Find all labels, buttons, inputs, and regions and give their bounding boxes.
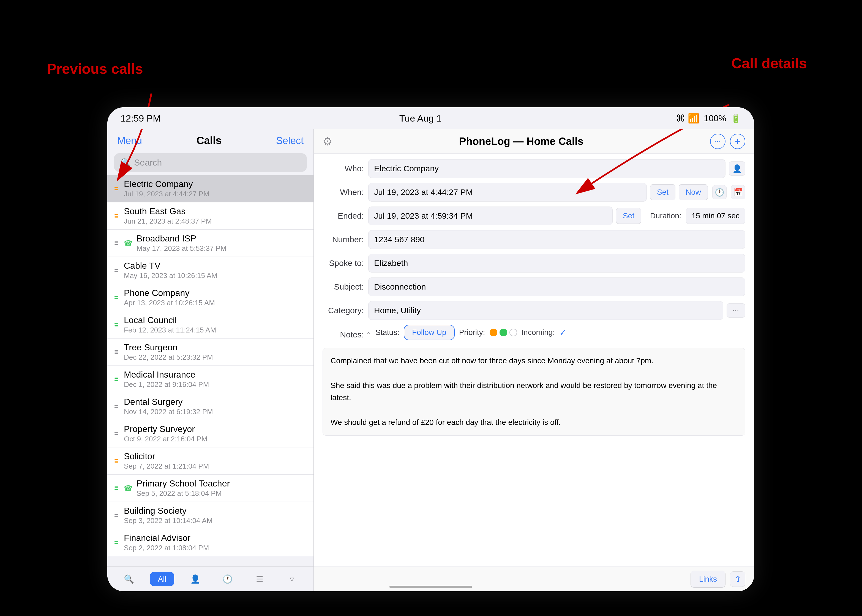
number-label: Number: [323,235,364,244]
contact-toolbar-btn[interactable]: 👤 [184,571,206,588]
right-panel: ⚙ PhoneLog — Home Calls ⋯ + Who: [314,129,754,591]
share-button[interactable]: ⇧ [730,572,745,587]
call-name: Electric Company [124,179,307,189]
call-name: Solicitor [124,451,307,462]
number-input[interactable]: 1234 567 890 [368,230,745,249]
list-item[interactable]: ☎ Broadband ISP May 17, 2023 at 5:53:37 … [107,229,314,257]
call-list: Electric Company Jul 19, 2023 at 4:44:27… [107,175,314,567]
ended-input[interactable]: Jul 19, 2023 at 4:59:34 PM [368,206,613,225]
category-input[interactable]: Home, Utility [368,301,723,320]
add-btn[interactable]: + [730,134,745,149]
status-bar: 12:59 PM Tue Aug 1 ⌘ 📶 100% 🔋 [107,107,754,129]
list-item[interactable]: Medical Insurance Dec 1, 2022 at 9:16:04… [107,366,314,393]
spoke-to-label: Spoke to: [323,259,364,268]
call-name: Phone Company [124,288,307,298]
list-item[interactable]: Cable TV May 16, 2023 at 10:26:15 AM [107,257,314,284]
subject-label: Subject: [323,282,364,291]
call-info: Cable TV May 16, 2023 at 10:26:15 AM [124,261,307,280]
spoke-to-input[interactable]: Elizabeth [368,254,745,272]
call-name: Dental Surgery [124,397,307,407]
list-item[interactable]: Financial Advisor Sep 2, 2022 at 1:08:04… [107,529,314,556]
call-date: Sep 3, 2022 at 10:14:04 AM [124,517,307,525]
plus-icon: + [734,135,741,147]
call-date: Sep 7, 2022 at 1:21:04 PM [124,462,307,470]
call-info: Broadband ISP May 17, 2023 at 5:53:37 PM [137,234,307,253]
list-item[interactable]: Dental Surgery Nov 14, 2022 at 6:19:32 P… [107,393,314,420]
call-indicator [114,536,119,550]
priority-dot-green[interactable] [500,328,507,336]
call-name: Local Council [124,315,307,325]
contact-lookup-btn[interactable]: 👤 [729,162,745,176]
ellipsis-icon: ⋯ [714,137,721,145]
call-indicator [114,236,119,250]
call-date: Jun 21, 2023 at 2:48:37 PM [124,217,307,225]
calendar-icon[interactable]: 📅 [731,185,745,200]
status-time: 12:59 PM [121,113,161,124]
incoming-checkmark-icon[interactable]: ✓ [559,327,567,338]
notes-content[interactable]: Complained that we have been cut off now… [323,348,745,435]
incoming-label: Incoming: [522,328,555,337]
who-row: Who: Electric Company 👤 [323,159,745,178]
list-item[interactable]: Electric Company Jul 19, 2023 at 4:44:27… [107,175,314,203]
search-toolbar-btn[interactable]: 🔍 [118,571,140,588]
clock-toolbar-btn[interactable]: 🕐 [217,571,239,588]
list-item[interactable]: Solicitor Sep 7, 2022 at 1:21:04 PM [107,448,314,475]
list-item[interactable]: South East Gas Jun 21, 2023 at 2:48:37 P… [107,203,314,229]
list-item[interactable]: Local Council Feb 12, 2023 at 11:24:15 A… [107,311,314,338]
priority-dot-orange[interactable] [490,328,497,336]
search-bar[interactable]: 🔍 Search [114,153,307,172]
right-header: ⚙ PhoneLog — Home Calls ⋯ + [314,129,754,154]
more-options-btn[interactable]: ⋯ [710,134,725,149]
list-item[interactable]: Tree Surgeon Dec 22, 2022 at 5:23:32 PM [107,338,314,366]
when-now-btn[interactable]: Now [679,184,708,200]
call-date: Nov 14, 2022 at 6:19:32 PM [124,407,307,416]
subject-row: Subject: Disconnection [323,278,745,296]
notes-header: Notes: ⌃ [323,330,371,339]
when-label: When: [323,187,364,197]
call-name: Medical Insurance [124,369,307,380]
time-icon[interactable]: 🕐 [712,185,726,200]
category-label: Category: [323,306,364,315]
person-icon: 👤 [732,164,742,173]
gear-icon[interactable]: ⚙ [323,135,333,148]
call-indicator [114,454,119,468]
follow-up-button[interactable]: Follow Up [404,325,454,340]
calls-title: Calls [197,135,222,146]
detail-form: Who: Electric Company 👤 When: Jul 19, 20… [314,154,754,567]
search-placeholder: Search [134,157,162,168]
category-more-btn[interactable]: ⋯ [726,303,745,317]
call-info: Building Society Sep 3, 2022 at 10:14:04… [124,506,307,525]
priority-dot-empty[interactable] [509,328,517,336]
subject-input[interactable]: Disconnection [368,278,745,296]
all-label: All [150,572,174,586]
links-button[interactable]: Links [690,570,725,588]
list-item[interactable]: ☎ Primary School Teacher Sep 5, 2022 at … [107,475,314,502]
call-indicator [114,345,119,359]
detail-title: PhoneLog — Home Calls [459,135,583,148]
battery-percent: 100% [704,113,726,124]
who-input[interactable]: Electric Company [368,159,725,178]
duration-value: 15 min 07 sec [686,208,745,224]
call-info: Medical Insurance Dec 1, 2022 at 9:16:04… [124,369,307,389]
list-toolbar-btn[interactable]: ☰ [249,571,271,588]
call-indicator [114,291,119,305]
all-filter-btn[interactable]: All [150,575,174,583]
ended-set-btn[interactable]: Set [616,208,641,224]
number-row: Number: 1234 567 890 [323,230,745,249]
search-icon: 🔍 [121,158,131,168]
when-set-btn[interactable]: Set [650,184,675,200]
list-item[interactable]: Phone Company Apr 13, 2023 at 10:26:15 A… [107,284,314,311]
when-input[interactable]: Jul 19, 2023 at 4:44:27 PM [368,183,647,201]
notes-paragraph-2: She said this was due a problem with the… [331,379,738,404]
call-date: Sep 2, 2022 at 1:08:04 PM [124,544,307,552]
menu-button[interactable]: Menu [117,135,142,146]
list-item[interactable]: Building Society Sep 3, 2022 at 10:14:04… [107,502,314,529]
call-name: South East Gas [124,206,307,217]
who-label: Who: [323,164,364,173]
search-icon: 🔍 [124,574,134,584]
phone-icon: ☎ [124,239,132,247]
list-item[interactable]: Property Surveyor Oct 9, 2022 at 2:16:04… [107,420,314,448]
select-button[interactable]: Select [276,135,304,146]
call-indicator [114,264,119,277]
filter-toolbar-btn[interactable]: ▿ [281,571,303,588]
